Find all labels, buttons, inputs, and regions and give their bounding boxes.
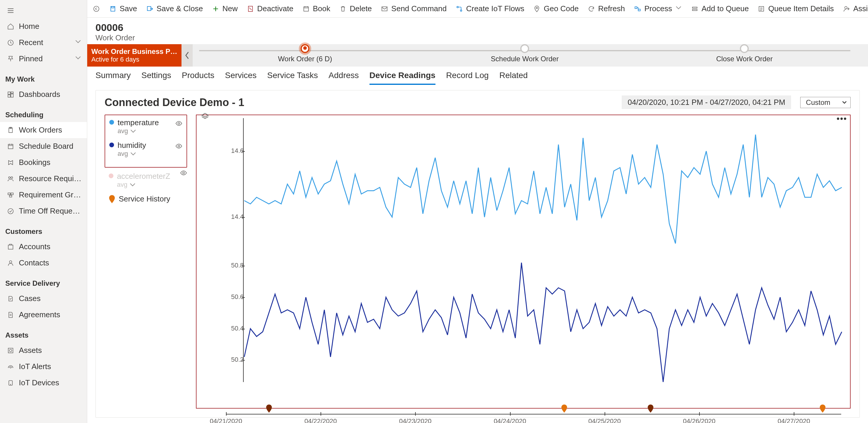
sidebar-item-label: Agreements	[19, 310, 82, 319]
sidebar-group-my-work: My Work	[0, 67, 87, 86]
geo-icon	[533, 5, 541, 13]
series-agg[interactable]: avg	[118, 127, 159, 135]
cmd-label: Assign	[853, 4, 868, 13]
tab-services[interactable]: Services	[225, 71, 256, 85]
home-icon	[6, 22, 15, 31]
service-history-toggle[interactable]: Service History	[104, 194, 187, 203]
svg-point-13	[8, 208, 13, 214]
sidebar-item-recent[interactable]: Recent	[0, 34, 87, 51]
delete-button[interactable]: Delete	[339, 4, 372, 13]
x-axis: 04/21/2020 04/22/2020 04/23/2020 04/24/2…	[226, 414, 841, 423]
sidebar-item-work-orders[interactable]: Work Orders	[0, 122, 87, 138]
series-color-dot	[109, 173, 114, 178]
process-button[interactable]: Process	[634, 4, 682, 13]
stage-work-order[interactable]: Work Order (6 D)	[278, 44, 332, 63]
x-tick-label: 04/27/2020	[778, 417, 810, 423]
sidebar-item-home[interactable]: Home	[0, 18, 87, 34]
cmd-label: Add to Queue	[702, 4, 749, 13]
layers-icon[interactable]	[200, 112, 210, 123]
dropdown-icon	[842, 101, 847, 104]
save-close-button[interactable]: Save & Close	[146, 4, 203, 13]
tab-record-log[interactable]: Record Log	[446, 71, 489, 85]
sidebar-item-dashboards[interactable]: Dashboards	[0, 86, 87, 102]
cmd-label: Deactivate	[257, 4, 293, 13]
tab-summary[interactable]: Summary	[95, 71, 131, 85]
stage-close[interactable]: Close Work Order	[716, 44, 773, 63]
series-accelerometerZ[interactable]: accelerometerZ avg	[104, 168, 187, 189]
sidebar-item-resource-req[interactable]: Resource Requireme...	[0, 170, 87, 187]
sidebar-item-pinned[interactable]: Pinned	[0, 51, 87, 67]
process-flag[interactable]: Work Order Business Pro... Active for 6 …	[87, 44, 182, 67]
cmd-label: Book	[313, 4, 330, 13]
back-button[interactable]	[93, 5, 100, 13]
sidebar-item-label: Assets	[19, 346, 82, 355]
sidebar-item-bookings[interactable]: Bookings	[0, 154, 87, 170]
new-button[interactable]: New	[212, 4, 238, 13]
sidebar-item-schedule-board[interactable]: Schedule Board	[0, 138, 87, 154]
process-duration: Active for 6 days	[91, 56, 177, 63]
form-tabs: SummarySettingsProductsServicesService T…	[87, 67, 868, 85]
stage-dot	[301, 44, 309, 53]
save-button[interactable]: Save	[109, 4, 137, 13]
svg-rect-26	[304, 7, 309, 11]
series-agg[interactable]: avg	[118, 150, 146, 158]
svg-rect-31	[635, 7, 637, 8]
x-tick-label: 04/23/2020	[399, 417, 431, 423]
svg-rect-3	[11, 94, 13, 97]
service-history-label: Service History	[119, 194, 170, 203]
tab-related[interactable]: Related	[499, 71, 528, 85]
history-pin-created[interactable]	[561, 404, 567, 415]
send-command-button[interactable]: Send Command	[381, 4, 447, 13]
tab-device-readings[interactable]: Device Readings	[370, 71, 435, 85]
svg-rect-32	[638, 9, 640, 11]
sidebar-item-agreements[interactable]: Agreements	[0, 307, 87, 323]
create-iot-button[interactable]: Create IoT Flows	[456, 4, 524, 13]
chevron-down-icon	[675, 4, 682, 13]
queue-details-button[interactable]: Queue Item Details	[757, 4, 834, 13]
refresh-button[interactable]: Refresh	[588, 4, 625, 13]
assign-button[interactable]: Assign	[843, 4, 868, 13]
svg-point-37	[178, 123, 180, 124]
main-area: Save Save & Close New Deactivate Book De…	[87, 0, 868, 423]
series-temperature[interactable]: temperature avg	[109, 118, 182, 135]
hamburger-button[interactable]	[0, 3, 87, 18]
visibility-toggle-icon[interactable]	[175, 120, 182, 129]
stage-schedule[interactable]: Schedule Work Order	[491, 44, 559, 63]
series-agg[interactable]: avg	[117, 181, 170, 189]
cmd-label: Refresh	[598, 4, 625, 13]
sidebar-item-req-groups[interactable]: Requirement Groups	[0, 187, 87, 203]
tab-products[interactable]: Products	[182, 71, 215, 85]
device-readings-panel: Connected Device Demo - 1 04/20/2020, 10…	[95, 90, 860, 418]
sidebar-item-label: Recent	[19, 38, 70, 47]
deactivate-button[interactable]: Deactivate	[247, 4, 293, 13]
range-mode-select[interactable]: Custom	[800, 97, 850, 108]
sidebar-item-time-off[interactable]: Time Off Requests	[0, 203, 87, 219]
qdetail-icon	[757, 5, 765, 13]
svg-rect-33	[692, 7, 697, 8]
series-label: temperature	[118, 118, 159, 127]
history-pin-created[interactable]	[819, 404, 826, 415]
sidebar-item-contacts[interactable]: Contacts	[0, 255, 87, 271]
history-pin-closed[interactable]	[647, 404, 654, 415]
sidebar-item-label: Bookings	[19, 158, 82, 167]
sidebar-item-cases[interactable]: Cases	[0, 290, 87, 307]
history-pin-closed[interactable]	[266, 404, 272, 415]
book-button[interactable]: Book	[302, 4, 330, 13]
tab-settings[interactable]: Settings	[142, 71, 171, 85]
svg-rect-1	[8, 92, 10, 94]
sidebar-item-assets-list[interactable]: Assets	[0, 342, 87, 358]
add-queue-button[interactable]: Add to Queue	[691, 4, 749, 13]
timeoff-icon	[6, 207, 15, 215]
sidebar-item-accounts[interactable]: Accounts	[0, 238, 87, 255]
sidebar-item-iot-devices[interactable]: IoT Devices	[0, 375, 87, 391]
geo-code-button[interactable]: Geo Code	[533, 4, 579, 13]
tab-address[interactable]: Address	[329, 71, 359, 85]
iotdev-icon	[6, 379, 15, 387]
series-label: accelerometerZ	[117, 172, 170, 181]
sidebar-item-label: IoT Devices	[19, 378, 82, 387]
visibility-toggle-icon[interactable]	[180, 169, 187, 178]
series-humidity[interactable]: humidity avg	[109, 141, 182, 158]
visibility-toggle-icon[interactable]	[175, 142, 182, 152]
tab-service-tasks[interactable]: Service Tasks	[267, 71, 318, 85]
sidebar-item-iot-alerts[interactable]: IoT Alerts	[0, 358, 87, 375]
